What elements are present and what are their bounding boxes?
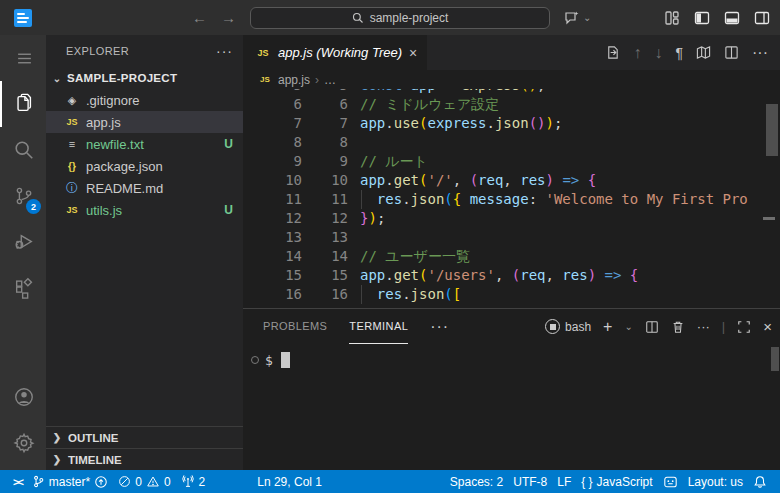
tab-app-js-working-tree[interactable]: JS app.js (Working Tree) × <box>243 35 427 70</box>
launch-profile-chevron-icon[interactable]: ⌄ <box>624 321 632 332</box>
editor-scrollbar[interactable] <box>766 89 780 308</box>
command-center-search[interactable]: sample-project <box>250 7 550 29</box>
notifications-button[interactable] <box>748 470 772 493</box>
file-item-utils-js[interactable]: JSutils.jsU <box>46 199 243 221</box>
code-text: // ルート <box>348 152 428 171</box>
line-number-modified: 16 <box>302 285 348 304</box>
encoding-indicator[interactable]: UTF-8 <box>508 470 552 493</box>
remote-indicator[interactable]: >< <box>8 470 27 493</box>
sidebar-item-search[interactable] <box>0 127 46 173</box>
terminal-session-bash[interactable]: bash <box>545 319 591 334</box>
code-text: app.get('/users', (req, res) => { <box>348 266 638 285</box>
line-number-original: 7 <box>243 114 302 133</box>
sidebar-item-source-control[interactable]: 2 <box>0 173 46 219</box>
maximize-panel-icon[interactable] <box>737 320 751 334</box>
sidebar-item-run-debug[interactable] <box>0 219 46 265</box>
tab-title: app.js (Working Tree) <box>278 45 402 60</box>
terminal-scrollbar-thumb[interactable] <box>771 347 779 371</box>
ports-indicator[interactable]: 2 <box>176 470 211 493</box>
whitespace-icon[interactable]: ¶ <box>675 45 683 61</box>
breadcrumb[interactable]: JS app.js › … <box>243 70 780 89</box>
tree-root-sample-project[interactable]: ⌄ SAMPLE-PROJECT <box>46 67 243 89</box>
menu-button[interactable] <box>0 35 46 81</box>
open-changes-icon[interactable] <box>605 45 620 60</box>
line-number-modified: 9 <box>302 152 348 171</box>
files-icon <box>13 93 35 115</box>
settings-button[interactable] <box>0 420 46 466</box>
more-actions-icon[interactable]: ··· <box>752 44 768 62</box>
eol-indicator[interactable]: LF <box>552 470 576 493</box>
problems-indicator[interactable]: 0 0 <box>113 470 175 493</box>
close-panel-icon[interactable]: × <box>763 318 772 335</box>
code-line-7[interactable]: 77app.use(express.json()); <box>243 114 780 133</box>
indent-guide <box>361 285 362 304</box>
outline-section[interactable]: ❯ OUTLINE <box>46 426 243 448</box>
toggle-sidebar-icon[interactable] <box>694 10 710 26</box>
toggle-secondary-sidebar-icon[interactable] <box>754 10 770 26</box>
line-number-modified: 14 <box>302 247 348 266</box>
chevron-right-icon: ❯ <box>50 454 64 465</box>
file-item-newfile-txt[interactable]: ≡newfile.txtU <box>46 133 243 155</box>
code-line-15[interactable]: 1515app.get('/users', (req, res) => { <box>243 266 780 285</box>
sidebar-item-extensions[interactable] <box>0 265 46 311</box>
code-text: res.json([ <box>348 285 461 304</box>
file-item--gitignore[interactable]: ◈.gitignore <box>46 89 243 111</box>
map-icon[interactable] <box>696 45 711 60</box>
line-number-modified: 15 <box>302 266 348 285</box>
chevron-down-icon: ⌄ <box>583 12 591 23</box>
code-line-10[interactable]: 1010app.get('/', (req, res) => { <box>243 171 780 190</box>
account-button[interactable] <box>0 374 46 420</box>
more-actions-icon[interactable]: ··· <box>697 319 710 334</box>
code-editor[interactable]: 55const app = express();66// ミドルウェア設定77a… <box>243 89 780 308</box>
feedback-button[interactable] <box>658 470 683 493</box>
code-text: }); <box>348 209 385 228</box>
split-terminal-icon[interactable] <box>645 320 659 334</box>
next-change-icon[interactable]: ↓ <box>654 44 662 62</box>
previous-change-icon[interactable]: ↑ <box>633 44 641 62</box>
back-arrow-icon[interactable]: ← <box>192 9 207 26</box>
scrollbar-thumb[interactable] <box>766 104 778 156</box>
gear-icon <box>13 432 35 454</box>
extensions-icon <box>13 277 35 299</box>
tab-problems[interactable]: PROBLEMS <box>263 309 327 344</box>
code-line-8[interactable]: 88 <box>243 133 780 152</box>
js-file-icon: JS <box>255 48 271 58</box>
search-icon <box>352 12 364 24</box>
tab-terminal[interactable]: TERMINAL <box>349 309 408 344</box>
line-col-indicator[interactable]: Ln 29, Col 1 <box>252 470 327 493</box>
file-item-package-json[interactable]: {}package.json <box>46 155 243 177</box>
sidebar-title: EXPLORER <box>66 45 129 57</box>
file-item-app-js[interactable]: JSapp.js <box>46 111 243 133</box>
terminal-cursor <box>281 352 290 368</box>
code-line-12[interactable]: 1212}); <box>243 209 780 228</box>
code-line-11[interactable]: 1111 res.json({ message: 'Welcome to My … <box>243 190 780 209</box>
code-line-13[interactable]: 1313 <box>243 228 780 247</box>
branch-indicator[interactable]: master* <box>27 470 113 493</box>
code-line-16[interactable]: 1616 res.json([ <box>243 285 780 304</box>
chat-button[interactable]: ⌄ <box>564 10 591 26</box>
explorer-more-actions[interactable]: ··· <box>216 43 233 59</box>
code-text: res.json({ message: 'Welcome to My First… <box>348 190 748 209</box>
vscode-logo[interactable] <box>14 9 32 27</box>
timeline-section[interactable]: ❯ TIMELINE <box>46 448 243 470</box>
command-decoration-icon[interactable] <box>251 356 259 364</box>
new-terminal-icon[interactable]: + <box>603 318 612 336</box>
toggle-panel-icon[interactable] <box>724 10 740 26</box>
keyboard-layout-indicator[interactable]: Layout: us <box>683 470 748 493</box>
terminal[interactable]: $ <box>243 344 780 470</box>
bell-icon <box>753 475 767 489</box>
file-item-README-md[interactable]: ⓘREADME.md <box>46 177 243 199</box>
close-tab-icon[interactable]: × <box>409 45 417 61</box>
customize-layout-icon[interactable] <box>664 10 680 26</box>
split-editor-icon[interactable] <box>724 45 739 60</box>
code-line-9[interactable]: 99// ルート <box>243 152 780 171</box>
code-line-6[interactable]: 66// ミドルウェア設定 <box>243 95 780 114</box>
panel-more-tabs-icon[interactable]: ··· <box>430 318 449 336</box>
code-line-14[interactable]: 1414// ユーザー一覧 <box>243 247 780 266</box>
language-indicator[interactable]: { } JavaScript <box>576 470 657 493</box>
file-name: README.md <box>86 181 243 196</box>
indentation-indicator[interactable]: Spaces: 2 <box>445 470 508 493</box>
forward-arrow-icon[interactable]: → <box>221 9 236 26</box>
kill-terminal-icon[interactable] <box>671 320 685 334</box>
sidebar-item-explorer[interactable] <box>0 81 46 127</box>
